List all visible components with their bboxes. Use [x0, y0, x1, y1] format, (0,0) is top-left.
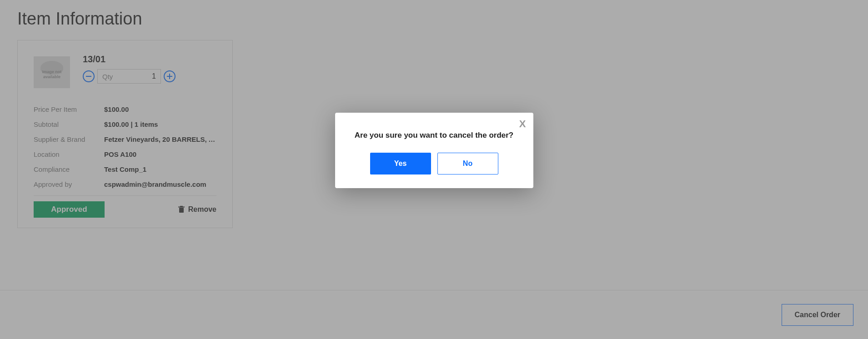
modal-overlay: X Are you sure you want to cancel the or…: [0, 0, 868, 339]
modal-no-button[interactable]: No: [437, 153, 498, 174]
modal-yes-button[interactable]: Yes: [370, 153, 431, 174]
confirm-modal: X Are you sure you want to cancel the or…: [335, 113, 533, 188]
modal-close-button[interactable]: X: [519, 118, 526, 130]
image-alt-text: Image not available: [34, 70, 70, 80]
modal-message: Are you sure you want to cancel the orde…: [349, 131, 520, 140]
